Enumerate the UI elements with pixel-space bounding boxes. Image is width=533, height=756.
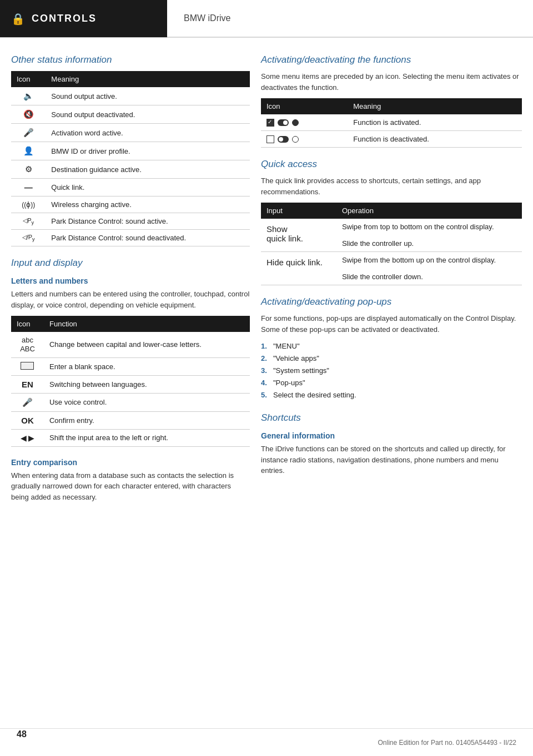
icon-abc: abcABC [11,332,44,357]
step-num: 2. [261,352,270,365]
meaning-sound-deactivated: Sound output deactivated. [46,105,250,124]
letters-numbers-subtitle: Letters and numbers [11,276,250,285]
table-row: Function is activated. [261,114,522,131]
table-row: OK Confirm entry. [11,411,250,429]
left-column: Other status information Icon Meaning 🔈 … [11,54,250,513]
function-blank-space: Enter a blank space. [44,357,250,375]
icon-activation-word: 🎤 [11,124,46,142]
general-info-body: The iDrive functions can be stored on th… [261,443,522,476]
header-right: BMW iDrive [167,0,533,37]
radio-filled-icon [292,119,299,126]
input-col-function: Function [44,316,250,332]
step-text: Select the desired setting. [273,389,356,401]
header-title: CONTROLS [32,13,97,24]
step-text: "MENU" [273,340,300,352]
letters-numbers-body: Letters and numbers can be entered using… [11,289,250,310]
icon-ok: OK [11,411,44,429]
table-row: — Quick link. [11,179,250,196]
radio-empty-icon [292,136,299,143]
icon-destination: ⚙ [11,160,46,179]
icon-deactivated [261,131,348,148]
input-display-title: Input and display [11,258,250,269]
activating-functions-body: Some menu items are preceded by an icon.… [261,71,522,93]
toggle-on-icon [278,119,289,126]
icon-voice-control: 🎤 [11,393,44,411]
table-row: abcABC Change between capital and lower-… [11,332,250,357]
quick-access-section: Quick access The quick link provides acc… [261,159,522,285]
entry-comparison-section: Entry comparison When entering data from… [11,458,250,503]
meaning-deactivated: Function is deactivated. [348,131,522,148]
input-display-table: Icon Function abcABC Change between capi… [11,316,250,446]
list-item: 3."System settings" [261,365,522,377]
shortcuts-title: Shortcuts [261,412,522,424]
icon-wireless-charging: ((ϕ)) [11,196,46,213]
icon-activated [261,114,348,131]
step-text: "System settings" [273,365,329,377]
table-row: Showquick link. Swipe from top to bottom… [261,219,522,252]
header-left: 🔒 CONTROLS [0,0,167,37]
meaning-bmw-id: BMW ID or driver profile. [46,142,250,160]
step-num: 5. [261,389,270,401]
function-abc: Change between capital and lower-case le… [44,332,250,357]
entry-comparison-subtitle: Entry comparison [11,458,250,467]
meaning-destination: Destination guidance active. [46,160,250,179]
table-row: Hide quick link. Swipe from the bottom u… [261,252,522,285]
activate-col-icon: Icon [261,98,348,114]
activate-col-meaning: Meaning [348,98,522,114]
table-row: ◁/Py Park Distance Control: sound deacti… [11,230,250,246]
shortcuts-section: Shortcuts General information The iDrive… [261,412,522,476]
quick-access-title: Quick access [261,159,522,170]
lock-icon: 🔒 [11,12,25,26]
activating-popups-title: Activating/deactivating pop-ups [261,296,522,308]
chapter-title: BMW iDrive [184,13,230,23]
table-row: 👤 BMW ID or driver profile. [11,142,250,160]
icon-bmw-id: 👤 [11,142,46,160]
table-row: Enter a blank space. [11,357,250,375]
popup-steps-list: 1."MENU" 2."Vehicle apps" 3."System sett… [261,340,522,401]
table-row: 🎤 Use voice control. [11,393,250,411]
page-header: 🔒 CONTROLS BMW iDrive [0,0,533,38]
table-row: 🔈 Sound output active. [11,87,250,105]
meaning-sound-active: Sound output active. [46,87,250,105]
table-row: ◀ ▶ Shift the input area to the left or … [11,429,250,446]
step-num: 4. [261,377,270,389]
input-col-icon: Icon [11,316,44,332]
function-language: Switching between languages. [44,375,250,393]
step-text: "Vehicle apps" [273,352,319,365]
icon-sound-active: 🔈 [11,87,46,105]
function-ok: Confirm entry. [44,411,250,429]
table-row: ◁Py Park Distance Control: sound active. [11,213,250,230]
step-text: "Pop-ups" [273,377,305,389]
activating-popups-section: Activating/deactivating pop-ups For some… [261,296,522,401]
quick-access-table: Input Operation Showquick link. Swipe fr… [261,203,522,285]
quick-access-body: The quick link provides access to shortc… [261,175,522,197]
table-row: EN Switching between languages. [11,375,250,393]
meaning-park-sound-deactivated: Park Distance Control: sound deactivated… [46,230,250,246]
table-row: 🔇 Sound output deactivated. [11,105,250,124]
footer-text: Online Edition for Part no. 01405A54493 … [378,739,517,747]
activating-functions-title: Activating/deactivating the functions [261,54,522,65]
activating-functions-table: Icon Meaning Function is acti [261,98,522,148]
list-item: 2."Vehicle apps" [261,352,522,365]
function-voice-control: Use voice control. [44,393,250,411]
meaning-activation-word: Activation word active. [46,124,250,142]
entry-comparison-body: When entering data from a database such … [11,470,250,503]
table-row: Function is deactivated. [261,131,522,148]
icon-park-sound-deactivated: ◁/Py [11,230,46,246]
function-arrows: Shift the input area to the left or righ… [44,429,250,446]
other-status-col-icon: Icon [11,71,46,87]
table-row: ⚙ Destination guidance active. [11,160,250,179]
list-item: 4."Pop-ups" [261,377,522,389]
meaning-activated: Function is activated. [348,114,522,131]
quick-col-operation: Operation [336,203,522,219]
icon-sound-deactivated: 🔇 [11,105,46,124]
main-content: Other status information Icon Meaning 🔈 … [0,38,533,558]
quick-col-input: Input [261,203,336,219]
icon-language: EN [11,375,44,393]
unchecked-box-icon [266,135,274,143]
meaning-quick-link: Quick link. [46,179,250,196]
icon-quick-link: — [11,179,46,196]
other-status-title: Other status information [11,54,250,65]
icon-park-sound-active: ◁Py [11,213,46,230]
table-row: 🎤 Activation word active. [11,124,250,142]
